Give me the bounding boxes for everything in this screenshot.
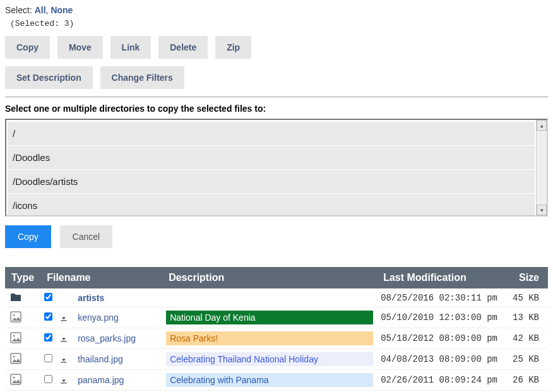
delete-button[interactable]: Delete <box>158 36 208 59</box>
type-cell <box>5 349 40 370</box>
folder-icon <box>10 292 21 304</box>
confirm-copy-button[interactable]: Copy <box>5 225 51 248</box>
size-cell: 13 KB <box>507 307 548 328</box>
type-cell <box>5 328 40 349</box>
image-icon <box>10 332 21 345</box>
directory-item[interactable]: / <box>8 122 535 145</box>
copy-button[interactable]: Copy <box>5 36 50 59</box>
header-filename[interactable]: Filename <box>40 267 162 288</box>
scroll-down-icon[interactable]: ▾ <box>537 205 547 215</box>
toolbar-secondary: Set Description Change Filters <box>5 66 548 89</box>
separator <box>5 97 548 97</box>
image-icon <box>10 353 21 366</box>
description-cell: Celebrating with Panama <box>162 370 377 391</box>
checkbox-cell <box>40 349 56 370</box>
select-none-link[interactable]: None <box>51 5 73 15</box>
type-cell <box>5 288 40 307</box>
download-cell <box>56 307 74 328</box>
toolbar-primary: Copy Move Link Delete Zip <box>5 36 548 59</box>
directory-item[interactable]: /Doodles/artists <box>8 170 535 193</box>
download-icon[interactable] <box>60 313 68 323</box>
zip-button[interactable]: Zip <box>215 36 251 59</box>
filename-cell[interactable]: panama.jpg <box>74 370 162 391</box>
size-cell: 26 KB <box>507 370 548 391</box>
header-description[interactable]: Description <box>162 267 377 288</box>
download-icon[interactable] <box>60 376 68 386</box>
header-size[interactable]: Size <box>507 267 548 288</box>
file-table: Type Filename Description Last Modificat… <box>5 267 548 391</box>
last-mod-cell: 05/10/2010 12:03:00 pm <box>377 307 507 328</box>
set-description-button[interactable]: Set Description <box>5 66 93 89</box>
select-label: Select: <box>5 5 32 15</box>
scrollbar[interactable]: ▴ ▾ <box>536 120 547 215</box>
copy-prompt: Select one or multiple directories to co… <box>5 104 548 114</box>
select-all-link[interactable]: All <box>35 5 46 15</box>
directory-item[interactable]: /icons <box>8 194 535 215</box>
description-cell: National Day of Kenia <box>162 307 377 328</box>
last-mod-cell: 04/08/2013 08:09:00 pm <box>377 349 507 370</box>
selected-count: (Selected: 3) <box>10 19 548 28</box>
copy-action-row: Copy Cancel <box>5 225 548 248</box>
change-filters-button[interactable]: Change Filters <box>100 66 184 89</box>
table-row: rosa_parks.jpgRosa Parks!05/18/2012 08:0… <box>5 328 548 349</box>
filename-cell[interactable]: rosa_parks.jpg <box>74 328 162 349</box>
select-links: Select: All, None <box>5 5 548 15</box>
description-badge: Rosa Parks! <box>166 331 373 345</box>
row-checkbox[interactable] <box>44 293 52 301</box>
type-cell <box>5 370 40 391</box>
type-cell <box>5 307 40 328</box>
checkbox-cell <box>40 307 56 328</box>
table-row: panama.jpgCelebrating with Panama02/26/2… <box>5 370 548 391</box>
filename-cell[interactable]: thailand.jpg <box>74 349 162 370</box>
download-cell <box>56 349 74 370</box>
table-header-row: Type Filename Description Last Modificat… <box>5 267 548 288</box>
row-checkbox[interactable] <box>44 312 52 321</box>
row-checkbox[interactable] <box>44 354 52 362</box>
checkbox-cell <box>40 328 56 349</box>
table-row: artists08/25/2016 02:30:11 pm45 KB <box>5 288 548 307</box>
download-icon[interactable] <box>60 334 68 344</box>
table-row: thailand.jpgCelebrating Thailand Nationa… <box>5 349 548 370</box>
header-last-mod[interactable]: Last Modification <box>377 267 507 288</box>
image-icon <box>10 374 21 387</box>
directory-item[interactable]: /Doodles <box>8 146 535 169</box>
directory-list[interactable]: //Doodles/Doodles/artists/icons <box>6 120 536 215</box>
download-icon[interactable] <box>60 355 68 365</box>
table-row: kenya.pngNational Day of Kenia05/10/2010… <box>5 307 548 328</box>
checkbox-cell <box>40 370 56 391</box>
directory-list-box: //Doodles/Doodles/artists/icons ▴ ▾ <box>5 119 548 217</box>
image-icon <box>10 311 21 324</box>
description-badge: National Day of Kenia <box>166 311 373 324</box>
download-cell <box>56 328 74 349</box>
move-button[interactable]: Move <box>57 36 103 59</box>
last-mod-cell: 02/26/2011 08:09:24 pm <box>377 370 507 391</box>
filename-cell[interactable]: kenya.png <box>74 307 162 328</box>
scroll-up-icon[interactable]: ▴ <box>537 120 547 131</box>
link-button[interactable]: Link <box>110 36 152 59</box>
size-cell: 45 KB <box>507 288 548 307</box>
description-cell: Celebrating Thailand National Holiday <box>162 349 377 370</box>
last-mod-cell: 05/18/2012 08:09:00 pm <box>377 328 507 349</box>
filename-cell[interactable]: artists <box>74 288 162 307</box>
row-checkbox[interactable] <box>44 333 52 342</box>
checkbox-cell <box>40 288 56 307</box>
download-cell <box>56 288 74 307</box>
row-checkbox[interactable] <box>44 375 52 383</box>
size-cell: 25 KB <box>507 349 548 370</box>
description-badge: Celebrating Thailand National Holiday <box>166 352 373 366</box>
header-type[interactable]: Type <box>5 267 40 288</box>
description-cell: Rosa Parks! <box>162 328 377 349</box>
last-mod-cell: 08/25/2016 02:30:11 pm <box>377 288 507 307</box>
description-cell <box>162 288 377 307</box>
download-cell <box>56 370 74 391</box>
size-cell: 42 KB <box>507 328 548 349</box>
description-badge: Celebrating with Panama <box>166 373 373 387</box>
cancel-button[interactable]: Cancel <box>60 225 113 248</box>
